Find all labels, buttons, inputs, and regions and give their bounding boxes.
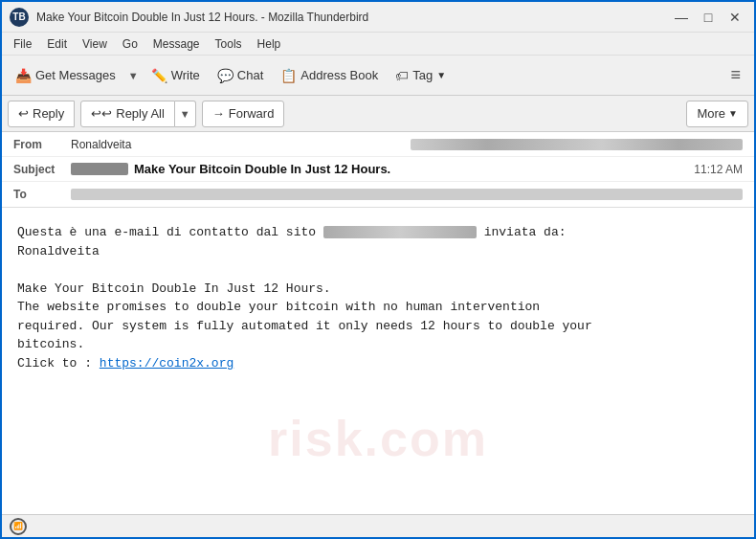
- title-bar: TB Make Your Bitcoin Double In Just 12 H…: [2, 2, 754, 33]
- from-name: Ronaldveita: [71, 138, 403, 151]
- tag-icon: 🏷: [395, 68, 409, 83]
- more-button[interactable]: More ▼: [686, 101, 748, 127]
- connection-status-icon: 📶: [10, 518, 27, 535]
- minimize-button[interactable]: —: [670, 7, 693, 28]
- forward-button[interactable]: → Forward: [202, 101, 285, 127]
- reply-all-label: Reply All: [116, 106, 165, 121]
- reply-all-dropdown[interactable]: ▼: [175, 101, 196, 127]
- subject-label: Subject: [13, 163, 71, 176]
- from-email: [411, 139, 743, 150]
- menu-bar: File Edit View Go Message Tools Help: [2, 33, 754, 56]
- body-blurred-site: [323, 226, 477, 238]
- menu-go[interactable]: Go: [115, 35, 145, 53]
- subject-text: Make Your Bitcoin Double In Just 12 Hour…: [134, 162, 390, 176]
- get-messages-button[interactable]: 📥 Get Messages: [8, 60, 123, 91]
- coin2x-link[interactable]: https://coin2x.org: [100, 356, 233, 371]
- body-click-line: Click to : https://coin2x.org: [17, 354, 739, 373]
- more-label: More: [697, 106, 725, 121]
- body-line5: The website promises to double your bitc…: [17, 298, 739, 317]
- body-line2: Ronaldveita: [17, 242, 739, 261]
- reply-icon: ↩: [18, 106, 29, 121]
- chat-icon: 💬: [217, 68, 233, 83]
- more-dropdown-icon: ▼: [728, 108, 738, 119]
- main-toolbar: 📥 Get Messages ▼ ✏️ Write 💬 Chat 📋 Addre…: [2, 56, 754, 96]
- address-book-label: Address Book: [300, 68, 378, 82]
- email-header: From Ronaldveita Subject Make Your Bitco…: [2, 132, 754, 208]
- hamburger-button[interactable]: ≡: [723, 60, 748, 91]
- menu-message[interactable]: Message: [145, 35, 208, 53]
- reply-label: Reply: [33, 106, 64, 121]
- from-label: From: [13, 138, 71, 151]
- window-controls: — □ ✕: [670, 7, 746, 28]
- forward-label: Forward: [229, 106, 275, 121]
- action-toolbar: ↩ Reply ↩↩ Reply All ▼ → Forward More ▼: [2, 96, 754, 132]
- tag-label: Tag: [412, 68, 433, 82]
- to-row: To: [2, 182, 754, 207]
- app-icon: TB: [10, 8, 29, 27]
- tag-dropdown-icon: ▼: [436, 70, 446, 80]
- chat-button[interactable]: 💬 Chat: [210, 60, 271, 91]
- email-timestamp: 11:12 AM: [694, 163, 743, 176]
- window-title: Make Your Bitcoin Double In Just 12 Hour…: [36, 11, 670, 24]
- reply-all-button[interactable]: ↩↩ Reply All: [80, 101, 175, 127]
- reply-all-group: ↩↩ Reply All ▼: [80, 101, 195, 127]
- chat-label: Chat: [237, 68, 263, 82]
- close-button[interactable]: ✕: [723, 7, 746, 28]
- forward-icon: →: [212, 106, 225, 121]
- menu-help[interactable]: Help: [250, 35, 289, 53]
- reply-group: ↩ Reply: [8, 101, 75, 127]
- status-bar: 📶: [2, 514, 754, 537]
- get-messages-icon: 📥: [15, 68, 32, 83]
- menu-edit[interactable]: Edit: [39, 35, 75, 53]
- write-label: Write: [171, 68, 200, 82]
- get-messages-label: Get Messages: [35, 68, 116, 82]
- connection-icon-label: 📶: [13, 522, 23, 530]
- to-label: To: [13, 188, 71, 201]
- write-button[interactable]: ✏️ Write: [144, 60, 208, 91]
- subject-row: Subject Make Your Bitcoin Double In Just…: [2, 157, 754, 182]
- body-line6: required. Our system is fully automated …: [17, 317, 739, 336]
- from-row: From Ronaldveita: [2, 132, 754, 157]
- to-email: [71, 189, 743, 200]
- write-icon: ✏️: [151, 68, 167, 83]
- email-body: Questa è una e-mail di contatto dal sito…: [2, 208, 754, 514]
- thunderbird-window: TB Make Your Bitcoin Double In Just 12 H…: [0, 0, 756, 539]
- maximize-button[interactable]: □: [697, 7, 720, 28]
- tag-button[interactable]: 🏷 Tag ▼: [388, 60, 454, 91]
- menu-file[interactable]: File: [6, 35, 39, 53]
- address-book-icon: 📋: [280, 68, 297, 83]
- address-book-button[interactable]: 📋 Address Book: [273, 60, 386, 91]
- reply-all-icon: ↩↩: [91, 106, 112, 121]
- subject-prefix-blurred: [71, 163, 128, 175]
- menu-tools[interactable]: Tools: [208, 35, 250, 53]
- body-line1: Questa è una e-mail di contatto dal sito…: [17, 223, 739, 242]
- reply-button[interactable]: ↩ Reply: [8, 101, 75, 127]
- body-line4: Make Your Bitcoin Double In Just 12 Hour…: [17, 280, 739, 299]
- menu-view[interactable]: View: [75, 35, 115, 53]
- body-line7: bitcoins.: [17, 335, 739, 354]
- watermark: risk.com: [268, 401, 488, 476]
- get-messages-dropdown[interactable]: ▼: [125, 60, 142, 91]
